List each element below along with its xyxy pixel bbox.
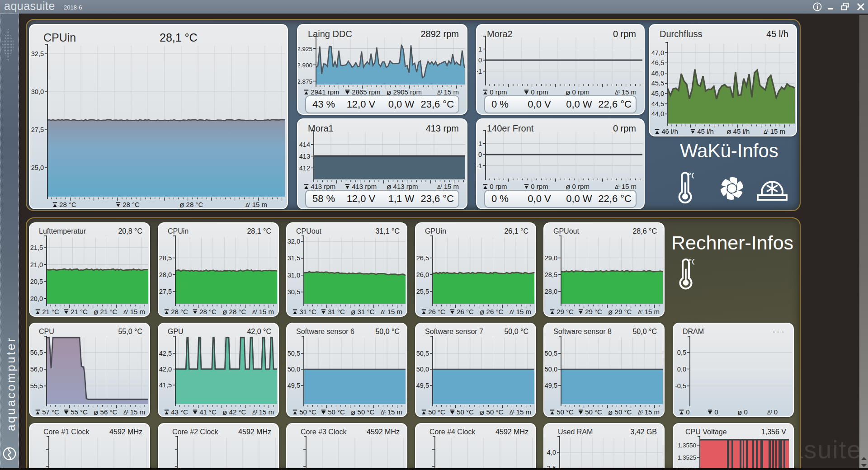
- svg-text:2.900: 2.900: [298, 62, 312, 69]
- svg-text:42,0: 42,0: [159, 366, 172, 373]
- svg-text:47,0: 47,0: [651, 49, 664, 56]
- svg-text:°C: °C: [688, 171, 694, 180]
- svg-text:412: 412: [299, 164, 310, 172]
- svg-text:46,0: 46,0: [651, 70, 664, 77]
- svg-text:°C: °C: [689, 258, 694, 267]
- svg-text:1: 1: [478, 140, 482, 147]
- svg-text:29,0: 29,0: [545, 254, 557, 262]
- svg-text:25,0: 25,0: [31, 164, 44, 171]
- svg-text:28,5: 28,5: [159, 254, 172, 262]
- svg-text:0,0: 0,0: [677, 366, 686, 373]
- svg-text:42,5: 42,5: [159, 350, 172, 357]
- svg-text:49,5: 49,5: [545, 382, 557, 389]
- svg-text:56,5: 56,5: [30, 349, 43, 356]
- svg-text:32,0: 32,0: [288, 238, 300, 245]
- svg-text:414: 414: [299, 141, 310, 148]
- svg-text:30,5: 30,5: [288, 288, 300, 296]
- svg-text:31,0: 31,0: [288, 272, 300, 279]
- svg-text:50,0: 50,0: [288, 366, 300, 373]
- svg-text:31,5: 31,5: [288, 254, 300, 262]
- svg-text:55,5: 55,5: [30, 382, 43, 390]
- svg-text:50,0: 50,0: [416, 366, 429, 373]
- svg-text:50,5: 50,5: [288, 350, 300, 357]
- svg-text:-1: -1: [477, 68, 482, 75]
- svg-text:49,5: 49,5: [288, 382, 300, 389]
- svg-text:45,0: 45,0: [651, 90, 664, 97]
- svg-text:2.875: 2.875: [298, 78, 312, 85]
- svg-text:4,0: 4,0: [547, 449, 556, 456]
- svg-text:30,0: 30,0: [31, 88, 44, 95]
- svg-text:1,3525: 1,3525: [678, 454, 696, 461]
- svg-text:25,5: 25,5: [416, 288, 429, 295]
- svg-text:21,5: 21,5: [30, 244, 43, 251]
- svg-text:56,0: 56,0: [30, 366, 43, 373]
- svg-text:20,0: 20,0: [30, 295, 43, 302]
- svg-text:41,5: 41,5: [159, 381, 172, 389]
- svg-text:50,5: 50,5: [416, 350, 429, 357]
- svg-text:44,5: 44,5: [651, 100, 664, 108]
- svg-text:45,5: 45,5: [651, 80, 664, 87]
- svg-text:32,5: 32,5: [31, 50, 44, 57]
- svg-text:28,0: 28,0: [545, 288, 557, 295]
- svg-text:2.925: 2.925: [298, 46, 312, 52]
- svg-text:50,5: 50,5: [545, 350, 557, 357]
- svg-text:20,5: 20,5: [30, 278, 43, 285]
- svg-text:413: 413: [299, 153, 310, 160]
- svg-text:21,0: 21,0: [30, 261, 43, 268]
- svg-text:27,5: 27,5: [31, 126, 44, 133]
- svg-text:0,5: 0,5: [677, 349, 686, 356]
- svg-text:49,5: 49,5: [416, 382, 429, 389]
- svg-text:44,0: 44,0: [651, 110, 664, 118]
- svg-text:28,0: 28,0: [159, 271, 172, 278]
- svg-text:50,0: 50,0: [545, 366, 557, 373]
- svg-text:26,0: 26,0: [416, 271, 429, 278]
- svg-text:-1: -1: [477, 162, 482, 169]
- svg-text:0: 0: [478, 56, 482, 64]
- svg-text:28,5: 28,5: [545, 271, 557, 278]
- svg-text:1: 1: [478, 46, 482, 53]
- svg-text:46,5: 46,5: [651, 59, 664, 66]
- svg-text:26,5: 26,5: [416, 254, 429, 262]
- svg-text:-0,5: -0,5: [675, 382, 686, 390]
- svg-text:27,5: 27,5: [159, 288, 172, 295]
- svg-text:1,3550: 1,3550: [678, 442, 696, 449]
- svg-text:0: 0: [478, 151, 482, 158]
